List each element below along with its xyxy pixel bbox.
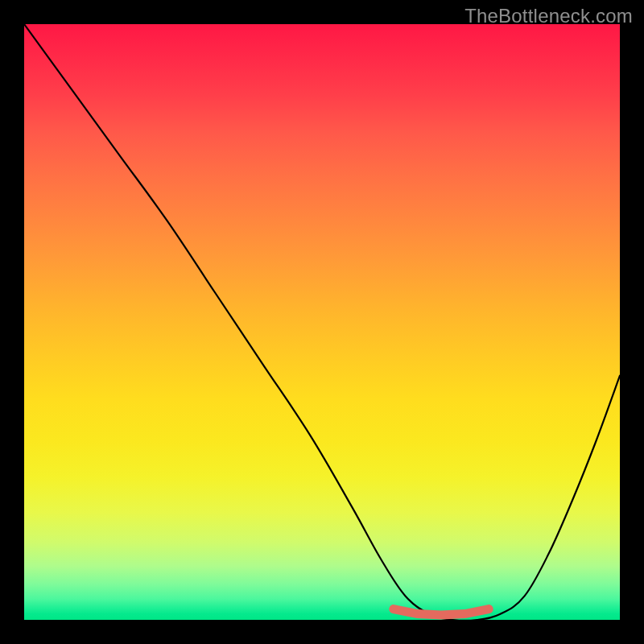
bottleneck-curve-path [24, 24, 620, 620]
bottleneck-curve-svg [24, 24, 620, 620]
sweet-spot-marker-path [394, 609, 489, 615]
chart-frame: TheBottleneck.com [0, 0, 644, 644]
watermark-text: TheBottleneck.com [464, 5, 633, 27]
plot-area [24, 24, 620, 620]
